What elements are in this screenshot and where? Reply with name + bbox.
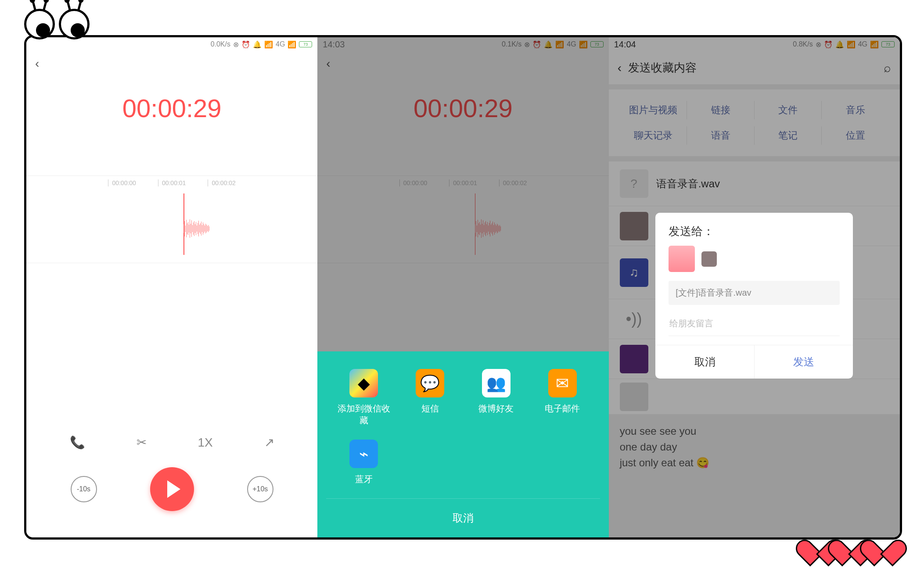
cancel-button[interactable]: 取消 [655, 345, 755, 379]
share-label: 添加到微信收藏 [335, 403, 392, 426]
recording-timer: 00:00:29 [26, 93, 317, 123]
avatar[interactable] [669, 246, 695, 272]
back-button[interactable]: ‹ [26, 51, 317, 76]
signal-icon: 📶 [264, 40, 273, 49]
bell-icon: 🔔 [253, 40, 262, 49]
avatar[interactable] [701, 251, 717, 267]
share-label: 电子邮件 [545, 403, 580, 415]
recipient-avatars [655, 246, 853, 281]
clock-icon: ⏰ [241, 40, 250, 49]
hearts-decoration [805, 529, 898, 554]
attachment-label: [文件]语音录音.wav [669, 281, 840, 305]
share-label: 微博好友 [478, 403, 514, 415]
bluetooth-icon: ⌁ [349, 440, 378, 468]
battery-icon [299, 41, 312, 47]
share-icon[interactable]: ↗ [264, 435, 274, 450]
people-icon: 👥 [482, 369, 511, 397]
mail-icon: ✉ [548, 369, 577, 397]
signal-icon: 📶 [288, 40, 296, 49]
send-button[interactable]: 发送 [755, 345, 853, 379]
dialog-title: 发送给： [655, 213, 853, 246]
phone-icon[interactable]: 📞 [70, 435, 85, 450]
net-type: 4G [276, 40, 285, 48]
tick: 00:00:01 [158, 179, 186, 186]
skip-forward-button[interactable]: +10s [247, 476, 273, 502]
share-sms[interactable]: 💬 短信 [401, 369, 459, 426]
net-speed: 0.0K/s [211, 40, 230, 48]
waveform[interactable]: 00:00:00 00:00:01 00:00:02 [26, 175, 317, 263]
share-email[interactable]: ✉ 电子邮件 [534, 369, 591, 426]
share-label: 短信 [421, 403, 439, 415]
share-bluetooth[interactable]: ⌁ 蓝牙 [335, 440, 392, 485]
screen-send-favorites: 14:04 0.8K/s ⊗ ⏰ 🔔 📶 4G 📶 ‹ 发送收藏内容 ⌕ 图片与… [609, 37, 900, 537]
bluetooth-icon: ⊗ [233, 40, 239, 49]
tick: 00:00:00 [108, 179, 136, 186]
eyes-decoration [24, 9, 92, 41]
waveform-bars [183, 211, 209, 246]
send-dialog: 发送给： [文件]语音录音.wav 给朋友留言 取消 发送 [655, 213, 853, 379]
message-input[interactable]: 给朋友留言 [669, 311, 840, 336]
chat-icon: 💬 [416, 369, 444, 397]
share-weibo-friends[interactable]: 👥 微博好友 [467, 369, 525, 426]
tick: 00:00:02 [208, 179, 236, 186]
cube-icon: ◆ [349, 369, 378, 397]
scissors-icon[interactable]: ✂ [137, 435, 147, 450]
skip-back-button[interactable]: -10s [71, 476, 97, 502]
play-button[interactable] [150, 467, 194, 511]
screen-share-sheet: 14:03 0.1K/s ⊗ ⏰ 🔔 📶 4G 📶 ‹ 00:00:29 00:… [317, 37, 608, 537]
share-label: 蓝牙 [355, 473, 373, 485]
share-sheet: ◆ 添加到微信收藏 💬 短信 👥 微博好友 ✉ 电子邮件 ⌁ 蓝牙 [317, 351, 608, 537]
screen-recorder-player: 0.0K/s ⊗ ⏰ 🔔 📶 4G 📶 ‹ 00:00:29 00:00:00 … [26, 37, 317, 537]
share-wechat-favorites[interactable]: ◆ 添加到微信收藏 [335, 369, 392, 426]
speed-button[interactable]: 1X [198, 436, 213, 450]
cancel-button[interactable]: 取消 [326, 498, 600, 537]
